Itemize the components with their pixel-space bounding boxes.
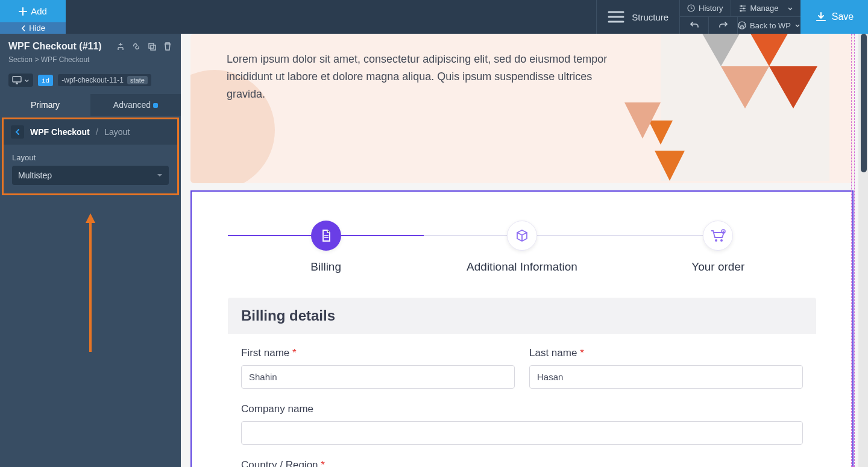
id-badge: id [38,75,53,86]
last-name-input[interactable] [529,365,803,389]
svg-point-1 [740,5,742,7]
svg-point-18 [720,239,723,242]
hide-button[interactable]: Hide [0,22,66,34]
last-name-label: Last name * [529,347,803,359]
svg-point-17 [715,239,717,242]
structure-icon [608,10,624,24]
chevron-down-icon [794,22,800,28]
device-selector[interactable] [8,74,33,87]
company-label: Company name [241,403,803,415]
step-order-label: Your order [691,260,744,274]
svg-rect-5 [149,43,154,48]
add-button[interactable]: Add [0,0,66,22]
steps: Billing Additional Information Your orde… [228,221,816,274]
structure-button[interactable]: Structure [596,0,679,34]
clock-icon [687,4,695,12]
step-billing-icon[interactable] [311,221,341,251]
svg-point-3 [740,10,741,12]
panel-back-button[interactable] [11,125,24,139]
desktop-icon [12,76,22,84]
hero-art-icon [624,34,854,183]
panel-bc-sep: / [96,127,98,137]
country-label: Country / Region * [241,459,803,467]
plus-icon [19,7,27,16]
element-breadcrumb: Section > WPF Checkout [8,55,172,64]
hide-label: Hide [29,24,45,33]
copy-icon[interactable] [147,42,157,51]
undo-icon [690,21,699,30]
panel-bc-sub: Layout [104,127,130,137]
id-field[interactable]: -wpf-checkout-11-1 state [58,74,151,86]
back-to-wp-button[interactable]: Back to WP [738,17,800,34]
arrow-annotation-icon [84,213,96,352]
step-billing-label: Billing [310,260,341,274]
hero-text: Lorem ipsum dolor sit amet, consectetur … [227,51,612,102]
structure-label: Structure [632,12,668,22]
panel-breadcrumb[interactable]: WPF Checkout / Layout [4,119,177,145]
tab-primary[interactable]: Primary [0,94,90,116]
selection-outline [851,34,855,467]
first-name-input[interactable] [241,365,515,389]
element-title: WPF Checkout (#11) [8,41,110,52]
step-additional-label: Additional Information [467,260,577,274]
company-input[interactable] [241,421,803,445]
cart-icon [710,228,726,243]
svg-rect-7 [13,77,21,82]
first-name-label: First name * [241,347,515,359]
caret-down-icon [157,173,163,178]
top-toolbar: Add Hide Structure History Manage [0,0,868,34]
parent-icon[interactable] [116,42,125,51]
chevron-left-icon [20,25,27,31]
wordpress-icon [738,21,746,30]
billing-details: Billing details First name * Last name * [228,298,816,467]
redo-button[interactable] [709,17,738,34]
chevron-left-icon [14,128,20,136]
history-label: History [699,4,723,13]
chevron-down-icon [24,78,30,83]
redo-icon [719,21,728,30]
layout-field-label: Layout [4,145,177,166]
layout-select-value: Multistep [18,171,52,180]
save-label: Save [832,11,854,22]
scrollbar-thumb[interactable] [861,34,867,172]
box-icon [515,228,529,243]
download-icon [815,11,827,23]
hero-section[interactable]: Lorem ipsum dolor sit amet, consectetur … [190,34,854,183]
link-icon[interactable] [131,42,141,51]
panel-bc-main: WPF Checkout [30,127,90,137]
svg-point-2 [743,8,744,10]
layout-select[interactable]: Multistep [12,166,169,185]
tab-advanced[interactable]: Advanced [90,94,181,116]
dot-indicator-icon [153,103,158,108]
document-icon [319,229,333,242]
state-badge: state [127,76,148,84]
add-label: Add [31,6,47,16]
undo-button[interactable] [680,17,709,34]
inspector-sidebar: WPF Checkout (#11) Section > WPF Checkou… [0,34,181,467]
svg-rect-6 [151,45,156,50]
back-to-wp-label: Back to WP [750,21,791,30]
step-order-icon[interactable] [703,221,733,251]
manage-button[interactable]: Manage [731,0,800,17]
layout-panel: WPF Checkout / Layout Layout Multistep [2,118,179,195]
history-button[interactable]: History [680,0,731,17]
sliders-icon [738,4,747,12]
canvas[interactable]: Lorem ipsum dolor sit amet, consectetur … [181,34,868,467]
step-additional-icon[interactable] [507,221,537,251]
manage-label: Manage [750,4,779,13]
delete-icon[interactable] [163,42,172,51]
chevron-down-icon [787,5,793,11]
checkout-card[interactable]: Billing Additional Information Your orde… [190,190,854,467]
canvas-scrollbar[interactable] [858,34,868,467]
save-button[interactable]: Save [800,0,868,34]
billing-details-title: Billing details [228,298,816,334]
